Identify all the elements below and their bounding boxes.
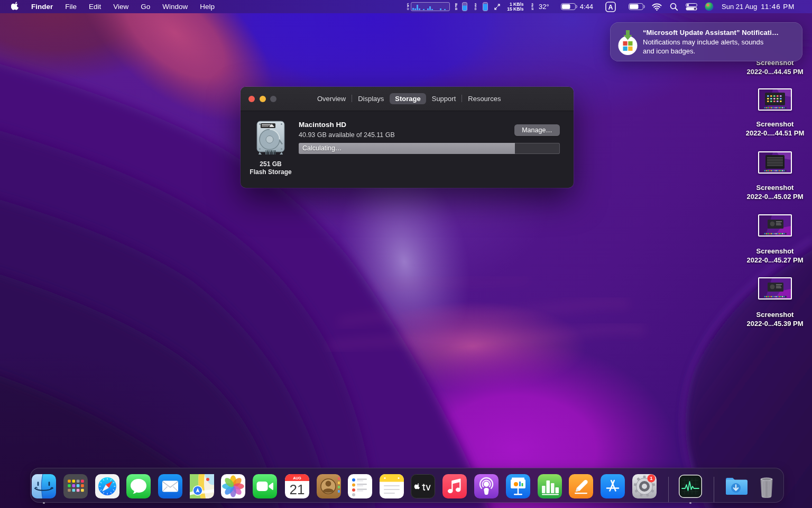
svg-text:1: 1 [650,475,653,481]
svg-text:AUG: AUG [293,476,301,480]
svg-text:A: A [608,3,613,11]
svg-text:21: 21 [290,482,305,497]
